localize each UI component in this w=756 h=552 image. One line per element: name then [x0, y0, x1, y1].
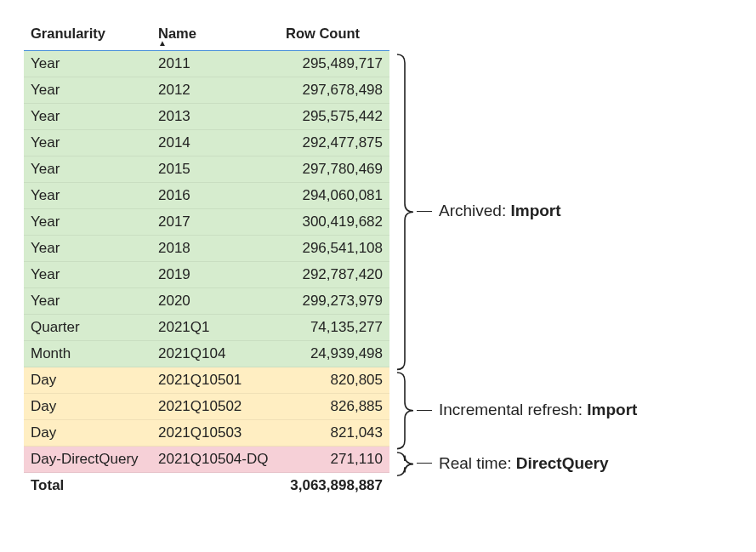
- table-header-row: Granularity Name ▲ Row Count: [24, 20, 389, 51]
- cell-name: 2015: [151, 156, 279, 183]
- partition-table: Granularity Name ▲ Row Count Year2011295…: [24, 20, 389, 498]
- table-row[interactable]: Quarter2021Q174,135,277: [24, 315, 389, 341]
- cell-granularity: Month: [24, 341, 151, 367]
- label-text: Real time: DirectQuery: [439, 454, 609, 473]
- cell-rowcount: 297,678,498: [279, 77, 389, 104]
- cell-granularity: Year: [24, 288, 151, 315]
- cell-granularity: Quarter: [24, 315, 151, 341]
- cell-granularity: Year: [24, 183, 151, 209]
- cell-rowcount: 295,575,442: [279, 104, 389, 130]
- cell-name: 2019: [151, 262, 279, 288]
- cell-granularity: Year: [24, 209, 151, 236]
- cell-name: 2014: [151, 130, 279, 156]
- table-row[interactable]: Year2018296,541,108: [24, 236, 389, 262]
- cell-granularity: Year: [24, 156, 151, 183]
- cell-granularity: Day-DirectQuery: [24, 447, 151, 473]
- cell-name: 2020: [151, 288, 279, 315]
- cell-granularity: Year: [24, 104, 151, 130]
- table-row[interactable]: Year2014292,477,875: [24, 130, 389, 156]
- brace-incremental: [395, 371, 417, 451]
- total-label: Total: [24, 473, 151, 499]
- table-row[interactable]: Day2021Q10501820,805: [24, 367, 389, 394]
- cell-name: 2021Q10502: [151, 394, 279, 420]
- tick-icon: [417, 463, 432, 464]
- cell-rowcount: 820,805: [279, 367, 389, 394]
- cell-rowcount: 271,110: [279, 447, 389, 473]
- table-body: Year2011295,489,717Year2012297,678,498Ye…: [24, 51, 389, 499]
- cell-granularity: Year: [24, 130, 151, 156]
- table-row[interactable]: Year2012297,678,498: [24, 77, 389, 104]
- table-row[interactable]: Year2017300,419,682: [24, 209, 389, 236]
- table-row[interactable]: Year2015297,780,469: [24, 156, 389, 183]
- table-row[interactable]: Day2021Q10503821,043: [24, 420, 389, 447]
- table-row[interactable]: Year2011295,489,717: [24, 51, 389, 77]
- cell-rowcount: 300,419,682: [279, 209, 389, 236]
- cell-rowcount: 295,489,717: [279, 51, 389, 77]
- cell-granularity: Day: [24, 394, 151, 420]
- table-row[interactable]: Day-DirectQuery2021Q10504-DQ271,110: [24, 447, 389, 473]
- table-row[interactable]: Year2020299,273,979: [24, 288, 389, 315]
- cell-rowcount: 821,043: [279, 420, 389, 447]
- cell-rowcount: 292,787,420: [279, 262, 389, 288]
- table-row[interactable]: Year2019292,787,420: [24, 262, 389, 288]
- cell-name: 2011: [151, 51, 279, 77]
- cell-name: 2018: [151, 236, 279, 262]
- cell-rowcount: 24,939,498: [279, 341, 389, 367]
- label-text: Incremental refresh: Import: [439, 401, 637, 419]
- tick-icon: [417, 211, 432, 212]
- cell-rowcount: 74,135,277: [279, 315, 389, 341]
- table-row[interactable]: Year2013295,575,442: [24, 104, 389, 130]
- brace-realtime: [395, 451, 417, 477]
- cell-name: 2016: [151, 183, 279, 209]
- cell-granularity: Year: [24, 77, 151, 104]
- cell-name: 2021Q10503: [151, 420, 279, 447]
- col-granularity-header[interactable]: Granularity: [24, 20, 151, 51]
- cell-name: 2021Q10504-DQ: [151, 447, 279, 473]
- cell-name: 2021Q1: [151, 315, 279, 341]
- table-row[interactable]: Year2016294,060,081: [24, 183, 389, 209]
- label-incremental: Incremental refresh: Import: [417, 401, 637, 419]
- sort-asc-icon: ▲: [158, 40, 272, 47]
- table-row[interactable]: Day2021Q10502826,885: [24, 394, 389, 420]
- cell-rowcount: 826,885: [279, 394, 389, 420]
- cell-rowcount: 297,780,469: [279, 156, 389, 183]
- brace-archived: [395, 53, 417, 371]
- table-total-row: Total3,063,898,887: [24, 473, 389, 499]
- total-value: 3,063,898,887: [279, 473, 389, 499]
- tick-icon: [417, 410, 432, 411]
- cell-granularity: Year: [24, 262, 151, 288]
- table-row[interactable]: Month2021Q10424,939,498: [24, 341, 389, 367]
- cell-rowcount: 292,477,875: [279, 130, 389, 156]
- label-text: Archived: Import: [439, 202, 561, 220]
- cell-granularity: Year: [24, 51, 151, 77]
- cell-rowcount: 294,060,081: [279, 183, 389, 209]
- cell-granularity: Day: [24, 367, 151, 394]
- cell-name: 2021Q104: [151, 341, 279, 367]
- cell-rowcount: 299,273,979: [279, 288, 389, 315]
- cell-name: 2013: [151, 104, 279, 130]
- cell-name: 2021Q10501: [151, 367, 279, 394]
- col-rowcount-header[interactable]: Row Count: [279, 20, 389, 51]
- cell-name: 2012: [151, 77, 279, 104]
- cell-rowcount: 296,541,108: [279, 236, 389, 262]
- cell-granularity: Day: [24, 420, 151, 447]
- col-name-header[interactable]: Name ▲: [151, 20, 279, 51]
- cell-name: 2017: [151, 209, 279, 236]
- cell-granularity: Year: [24, 236, 151, 262]
- label-realtime: Real time: DirectQuery: [417, 454, 609, 473]
- label-archived: Archived: Import: [417, 202, 561, 220]
